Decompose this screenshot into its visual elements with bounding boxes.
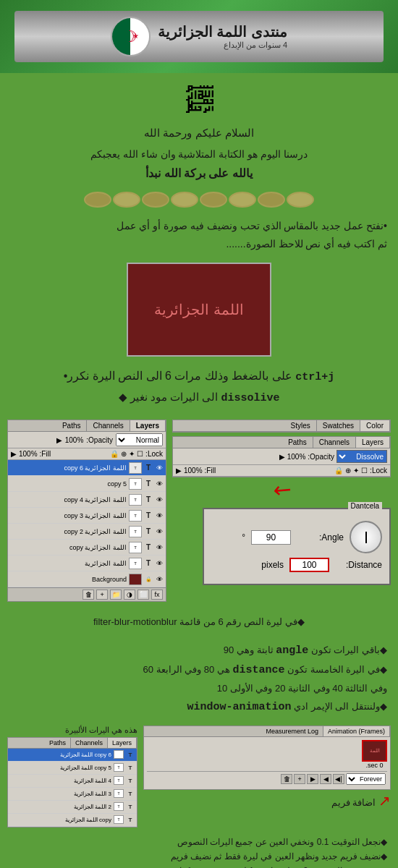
- eye-icon-bg[interactable]: 👁: [155, 575, 164, 584]
- anim-first-frame-btn[interactable]: |◀: [333, 774, 344, 784]
- arrow-annotation: ↗: [172, 479, 391, 504]
- new-layer-button[interactable]: +: [96, 590, 108, 600]
- layer-row-6[interactable]: 👁 T T اللمة الجزائرية copy: [8, 540, 166, 556]
- wave-1: [287, 192, 314, 208]
- forum-name: منتدى اللمة الجزائرية: [158, 23, 287, 41]
- angle-input[interactable]: [251, 530, 291, 545]
- fill-arrow-right[interactable]: ▶: [11, 450, 17, 458]
- eye-icon-6[interactable]: 👁: [155, 543, 164, 552]
- fill-value-left: 100%: [184, 467, 203, 475]
- layer-row-1[interactable]: 👁 T T اللمة الجزائرية copy 6: [8, 460, 166, 476]
- lock-cross-icon: ✦: [129, 450, 135, 458]
- anim-delete-frame-btn[interactable]: 🗑: [281, 774, 292, 784]
- anim-prev-frame-btn[interactable]: ◀: [320, 774, 331, 784]
- header-logo-text: منتدى اللمة الجزائرية 4 سنوات من الإبداع: [158, 23, 287, 50]
- anim-add-frame-btn[interactable]: +: [294, 774, 305, 784]
- anim-play-btn[interactable]: ▶: [307, 774, 318, 784]
- anim-layer-6[interactable]: T T copy اللمة الجزائرية: [8, 814, 137, 827]
- lock-row-left: Lock: ☐ ✦ ⊕ 🔒 Fill: 100% ▶: [173, 465, 390, 477]
- layer-row-2[interactable]: 👁 T T copy 5: [8, 476, 166, 492]
- layers-tab-bar-right: Layers Channels Paths: [8, 420, 166, 432]
- start-text: يالله على بركة الله نبدأ: [11, 163, 387, 184]
- anim-thumb-4: T: [114, 789, 124, 798]
- anim-label-6: copy اللمة الجزائرية: [10, 817, 111, 823]
- anim-right-panel: Layers Channels Paths T T copy 6 اللمة ا…: [7, 737, 137, 827]
- fill-arrow-left[interactable]: ▶: [176, 467, 182, 475]
- anim-layer-1[interactable]: T T copy 6 اللمة الجزائرية: [8, 749, 137, 762]
- layer-type-2: T: [144, 480, 153, 488]
- layer-thumb-3: T: [129, 494, 142, 506]
- lock-label-left: Lock:: [370, 467, 387, 475]
- anim-layer-2[interactable]: T T copy 5 اللمة الجزائرية: [8, 762, 137, 775]
- tab-measurement-log[interactable]: Measurement Log: [261, 726, 323, 736]
- dissolve-select[interactable]: Dissolve Normal: [336, 450, 387, 463]
- anim-layer-5[interactable]: T T 2 اللمة الجزائرية: [8, 801, 137, 814]
- anim-layer-3[interactable]: T T 4 اللمة الجزائرية: [8, 775, 137, 788]
- blend-mode-select[interactable]: Normal Dissolve: [116, 433, 163, 446]
- anim-layer-4[interactable]: T T 3 اللمة الجزائرية: [8, 788, 137, 801]
- eye-icon-7[interactable]: 👁: [155, 559, 164, 568]
- fx-button[interactable]: fx: [151, 590, 163, 600]
- eye-icon-5[interactable]: 👁: [155, 527, 164, 536]
- algeria-flag: ☽ ★: [111, 17, 151, 56]
- opacity-arrow-right[interactable]: ▶: [56, 436, 62, 444]
- layer-type-bg: 🔒: [144, 575, 153, 584]
- tab-paths-anim[interactable]: Paths: [45, 738, 71, 748]
- tab-channels-right[interactable]: Channels: [87, 420, 130, 431]
- layer-row-4[interactable]: 👁 T T اللمة الجزائرية copy 3: [8, 508, 166, 524]
- layers-panel-left: Layers Channels Paths Dissolve Normal Op…: [172, 436, 391, 477]
- layer-row-bg[interactable]: 👁 🔒 Background: [8, 571, 166, 587]
- wave-8: [84, 192, 111, 208]
- layer-row-5[interactable]: 👁 T T اللمة الجزائرية copy 2: [8, 524, 166, 540]
- layer-thumb-bg: [129, 574, 142, 585]
- angle-row: Angle: °: [211, 521, 382, 553]
- layer-label-5: اللمة الجزائرية copy 2: [10, 528, 127, 535]
- adjust-button[interactable]: ◑: [124, 590, 135, 600]
- mask-button[interactable]: ⬜: [137, 590, 149, 600]
- opacity-arrow-left[interactable]: ▶: [279, 453, 285, 461]
- dissolve-row: Dissolve Normal Opacity: 100% ▶: [173, 448, 390, 465]
- layer-row-3[interactable]: 👁 T T اللمة الجزائرية copy 4: [8, 492, 166, 508]
- opacity-value-right: 100%: [65, 436, 84, 444]
- angle-label: Angle:: [297, 532, 344, 542]
- instruction-1: ◆باقي اليرات تكون angle ثابتة وهي 90: [11, 642, 387, 660]
- tab-animation-frames[interactable]: Animation (Frames): [323, 726, 390, 736]
- tab-channels-left[interactable]: Channels: [313, 437, 356, 448]
- eye-icon-1[interactable]: 👁: [155, 464, 164, 472]
- delete-button[interactable]: 🗑: [82, 590, 94, 600]
- anim-layer-t5: T: [126, 802, 135, 811]
- layer-thumb-5: T: [129, 526, 142, 537]
- angle-unit: °: [242, 532, 245, 542]
- anim-loop-select[interactable]: Forever Once: [346, 773, 386, 785]
- instruction-2: ◆في اليرة الخامسة تكون distance هي 80 وف…: [11, 662, 387, 679]
- eye-icon-2[interactable]: 👁: [155, 480, 164, 488]
- wave-5: [171, 192, 198, 208]
- fill-label-right: Fill:: [40, 450, 51, 458]
- eye-icon-4[interactable]: 👁: [155, 511, 164, 520]
- tab-paths-right[interactable]: Paths: [56, 420, 88, 431]
- tab-layers-right[interactable]: Layers: [130, 420, 166, 431]
- tab-layers-anim[interactable]: Layers: [108, 738, 137, 748]
- layer-row-7[interactable]: 👁 T T اللمة الجزائرية: [8, 556, 166, 571]
- lock-icon-2: ✦: [353, 467, 359, 475]
- tab-color[interactable]: Color: [360, 420, 390, 431]
- anim-frame-1[interactable]: اللمة 0 sec.: [362, 740, 387, 769]
- distance-input[interactable]: [289, 558, 329, 572]
- layer-type-5: T: [144, 527, 153, 536]
- layer-thumb-6: T: [129, 542, 142, 553]
- intro-section: السلام عليكم ورحمة الله درسنا اليوم هو ا…: [0, 119, 398, 188]
- lock-icon-3: ⊕: [345, 467, 351, 475]
- anim-frame-delay: 0 sec.: [362, 762, 387, 769]
- layer-label-3: اللمة الجزائرية copy 4: [10, 496, 127, 503]
- layer-type-6: T: [144, 543, 153, 552]
- tab-paths-left[interactable]: Paths: [282, 437, 313, 448]
- motion-blur-dialog: Dantcela Angle: ° Distance: pixels: [203, 508, 391, 585]
- anim-layer-t4: T: [126, 789, 135, 798]
- eye-icon-3[interactable]: 👁: [155, 495, 164, 504]
- tab-channels-anim[interactable]: Channels: [71, 738, 108, 748]
- tab-layers-left[interactable]: Layers: [356, 437, 390, 448]
- tab-styles[interactable]: Styles: [285, 420, 317, 431]
- step4-text: ◆في ليرة النص رقم 6 من قائمة filter-blur…: [11, 613, 387, 630]
- tab-swatches[interactable]: Swatches: [317, 420, 360, 431]
- group-button[interactable]: 📁: [110, 590, 122, 600]
